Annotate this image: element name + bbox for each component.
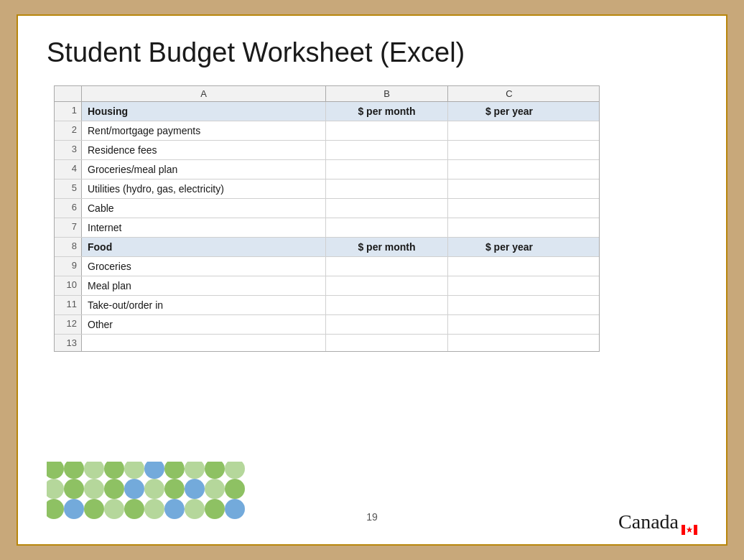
sheet-rows: 1Housing$ per month$ per year2Rent/mortg… [55, 102, 599, 351]
cell-b: $ per month [326, 102, 448, 121]
spreadsheet: A B C 1Housing$ per month$ per year2Rent… [54, 85, 600, 352]
table-row: 10Meal plan [55, 276, 599, 296]
table-row: 1Housing$ per month$ per year [55, 102, 599, 121]
decorative-dot [47, 499, 64, 519]
decorative-dot [124, 462, 144, 479]
cell-a: Cable [82, 199, 326, 218]
row-number: 10 [55, 276, 82, 295]
decorative-dot [64, 462, 84, 479]
decorative-dot [205, 479, 225, 499]
row-number: 1 [55, 102, 82, 121]
decorative-dot [104, 479, 124, 499]
decorative-dot [64, 499, 84, 519]
svg-rect-0 [682, 525, 685, 535]
decorative-dot [47, 479, 64, 499]
table-row: 13 [55, 335, 599, 351]
svg-rect-2 [694, 525, 697, 535]
decorative-dot [164, 479, 185, 499]
cell-b [326, 335, 448, 351]
cell-b [326, 160, 448, 179]
cell-c [448, 276, 570, 295]
table-row: 4Groceries/meal plan [55, 160, 599, 179]
decorative-dot [84, 462, 104, 479]
row-number: 8 [55, 238, 82, 256]
cell-a: Internet [82, 218, 326, 237]
row-number: 12 [55, 315, 82, 334]
decorative-dot [47, 462, 64, 479]
cell-c [448, 257, 570, 276]
row-num-corner [55, 86, 82, 101]
decorative-dot [104, 462, 124, 479]
decorative-dot [185, 479, 205, 499]
col-c-header: C [448, 86, 570, 101]
decorative-dot [124, 479, 144, 499]
page-title: Student Budget Worksheet (Excel) [47, 37, 697, 68]
table-row: 5Utilities (hydro, gas, electricity) [55, 179, 599, 199]
cell-a: Housing [82, 102, 326, 121]
slide-footer: 19 Canada [18, 462, 726, 533]
decorative-dot [124, 499, 144, 519]
cell-b [326, 141, 448, 159]
decorative-dot [225, 499, 245, 519]
decorative-dot [84, 499, 104, 519]
row-number: 4 [55, 160, 82, 179]
decorative-dot [164, 462, 185, 479]
table-row: 6Cable [55, 199, 599, 218]
decorative-dot [84, 479, 104, 499]
row-number: 2 [55, 121, 82, 140]
cell-b [326, 315, 448, 334]
decorative-dot [205, 462, 225, 479]
cell-a: Take-out/order in [82, 296, 326, 314]
cell-c [448, 315, 570, 334]
row-number: 13 [55, 335, 82, 351]
cell-b [326, 276, 448, 295]
row-number: 3 [55, 141, 82, 159]
cell-c [448, 141, 570, 159]
decorative-dots [47, 462, 248, 533]
cell-a: Utilities (hydro, gas, electricity) [82, 179, 326, 198]
cell-c [448, 335, 570, 351]
cell-c: $ per year [448, 102, 570, 121]
table-row: 8Food$ per month$ per year [55, 238, 599, 257]
cell-c [448, 160, 570, 179]
table-row: 12Other [55, 315, 599, 335]
row-number: 9 [55, 257, 82, 276]
decorative-dot [144, 462, 164, 479]
page-number: 19 [366, 511, 378, 523]
decorative-dot [205, 499, 225, 519]
cell-c [448, 121, 570, 140]
col-b-header: B [326, 86, 448, 101]
row-number: 5 [55, 179, 82, 198]
cell-a [82, 335, 326, 351]
cell-b [326, 121, 448, 140]
col-a-header: A [82, 86, 326, 101]
decorative-dot [64, 479, 84, 499]
table-row: 7Internet [55, 218, 599, 238]
decorative-dot [225, 479, 245, 499]
cell-a: Groceries/meal plan [82, 160, 326, 179]
cell-a: Food [82, 238, 326, 256]
decorative-dot [144, 499, 164, 519]
cell-b [326, 296, 448, 314]
cell-c: $ per year [448, 238, 570, 256]
row-number: 11 [55, 296, 82, 314]
row-number: 7 [55, 218, 82, 237]
cell-a: Meal plan [82, 276, 326, 295]
cell-b: $ per month [326, 238, 448, 256]
cell-a: Other [82, 315, 326, 334]
cell-b [326, 179, 448, 198]
decorative-dot [185, 499, 205, 519]
cell-b [326, 199, 448, 218]
table-row: 11Take-out/order in [55, 296, 599, 315]
cell-a: Rent/mortgage payments [82, 121, 326, 140]
cell-b [326, 257, 448, 276]
cell-c [448, 296, 570, 314]
canada-wordmark: Canada [618, 510, 679, 533]
cell-c [448, 218, 570, 237]
cell-c [448, 179, 570, 198]
canada-logo: Canada [618, 510, 697, 533]
decorative-dot [104, 499, 124, 519]
decorative-dot [144, 479, 164, 499]
decorative-dot [164, 499, 185, 519]
cell-c [448, 199, 570, 218]
